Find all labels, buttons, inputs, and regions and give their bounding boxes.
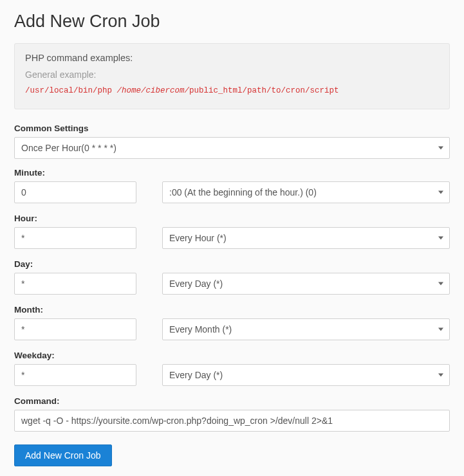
hour-label: Hour: xyxy=(14,214,450,223)
command-group: Command: xyxy=(14,396,450,432)
month-group: Month: Every Month (*) xyxy=(14,305,450,340)
weekday-label: Weekday: xyxy=(14,351,450,360)
code-segment-italic: /home/cibercom/ xyxy=(117,86,190,95)
code-segment: /usr/local/bin/php xyxy=(25,86,117,95)
day-select-wrap: Every Day (*) xyxy=(162,273,450,295)
common-settings-label: Common Settings xyxy=(14,124,450,133)
month-select-wrap: Every Month (*) xyxy=(162,318,450,340)
month-input[interactable] xyxy=(14,318,136,340)
hour-input[interactable] xyxy=(14,227,136,249)
weekday-select[interactable]: Every Day (*) xyxy=(162,364,450,386)
common-settings-group: Common Settings Once Per Hour(0 * * * *) xyxy=(14,124,450,159)
minute-select[interactable]: :00 (At the beginning of the hour.) (0) xyxy=(162,181,450,203)
page-title: Add New Cron Job xyxy=(14,12,450,32)
month-select[interactable]: Every Month (*) xyxy=(162,318,450,340)
command-label: Command: xyxy=(14,396,450,406)
minute-label: Minute: xyxy=(14,168,450,178)
common-settings-select[interactable]: Once Per Hour(0 * * * *) xyxy=(14,137,450,159)
day-label: Day: xyxy=(14,259,450,269)
common-settings-select-wrap: Once Per Hour(0 * * * *) xyxy=(14,137,450,159)
month-label: Month: xyxy=(14,305,450,315)
submit-button[interactable]: Add New Cron Job xyxy=(14,444,112,466)
day-input[interactable] xyxy=(14,273,136,295)
hour-group: Hour: Every Hour (*) xyxy=(14,214,450,249)
minute-input[interactable] xyxy=(14,181,136,203)
minute-select-wrap: :00 (At the beginning of the hour.) (0) xyxy=(162,181,450,203)
day-select[interactable]: Every Day (*) xyxy=(162,273,450,295)
example-code: /usr/local/bin/php /home/cibercom/public… xyxy=(25,85,439,97)
minute-group: Minute: :00 (At the beginning of the hou… xyxy=(14,168,450,203)
example-box: PHP command examples: General example: /… xyxy=(14,43,450,109)
example-subtitle: General example: xyxy=(25,69,439,80)
command-input[interactable] xyxy=(14,410,450,432)
form-container: Add New Cron Job PHP command examples: G… xyxy=(0,0,464,476)
weekday-input[interactable] xyxy=(14,364,136,386)
day-group: Day: Every Day (*) xyxy=(14,259,450,295)
weekday-select-wrap: Every Day (*) xyxy=(162,364,450,386)
code-segment: public_html/path/to/cron/script xyxy=(189,86,339,95)
hour-select[interactable]: Every Hour (*) xyxy=(162,227,450,249)
hour-select-wrap: Every Hour (*) xyxy=(162,227,450,249)
example-title: PHP command examples: xyxy=(25,53,439,63)
weekday-group: Weekday: Every Day (*) xyxy=(14,351,450,386)
